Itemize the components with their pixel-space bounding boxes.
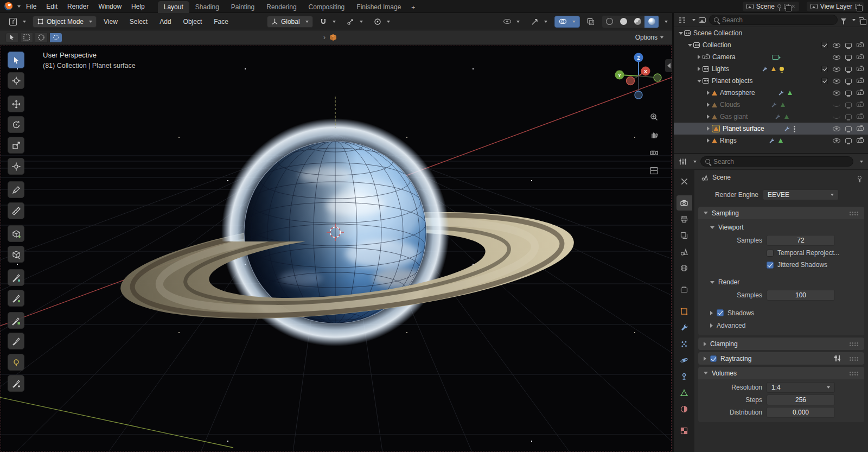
expand-chevron-icon[interactable] xyxy=(688,44,692,47)
shadows-checkbox[interactable] xyxy=(717,309,724,316)
properties-editor-icon[interactable] xyxy=(679,158,687,165)
blender-logo-icon[interactable] xyxy=(4,2,12,10)
outliner-row-clouds[interactable]: Clouds xyxy=(674,99,868,111)
outliner-row-collection[interactable]: Collection xyxy=(674,39,868,51)
viewport-disable-icon[interactable] xyxy=(845,79,852,84)
add-workspace-button[interactable]: + xyxy=(407,2,419,13)
tab-material[interactable] xyxy=(676,402,692,417)
steps-field[interactable]: 256 xyxy=(767,394,835,405)
scene-selector[interactable]: Scene × xyxy=(743,2,799,11)
resolution-dropdown[interactable]: 1:4 xyxy=(767,382,835,393)
expand-chevron-icon[interactable] xyxy=(707,91,710,95)
tab-world[interactable] xyxy=(676,260,692,276)
display-mode-icon[interactable] xyxy=(699,17,706,23)
transform-orientation-dropdown[interactable]: Global xyxy=(267,16,313,28)
shading-settings-dropdown[interactable] xyxy=(665,21,668,23)
editor-type-button[interactable] xyxy=(4,16,30,28)
raytracing-checkbox[interactable] xyxy=(710,355,717,362)
expand-chevron-icon[interactable] xyxy=(697,80,701,82)
pin-icon[interactable] xyxy=(777,4,781,8)
expand-chevron-icon[interactable] xyxy=(698,55,700,59)
tab-collection[interactable] xyxy=(676,282,692,297)
viewport-disable-icon[interactable] xyxy=(845,138,852,143)
outliner-row-rings[interactable]: Rings xyxy=(674,135,868,147)
render-engine-dropdown[interactable]: EEVEE xyxy=(763,189,839,200)
panel-grip-icon[interactable] xyxy=(849,211,859,215)
xray-toggle-button[interactable] xyxy=(583,16,599,28)
workspace-tab-compositing[interactable]: Compositing xyxy=(303,1,351,13)
exclude-checkbox[interactable] xyxy=(821,78,828,84)
mode-dropdown[interactable]: Object Mode xyxy=(33,16,97,28)
panel-grip-icon[interactable] xyxy=(849,356,859,361)
move-tool-button[interactable] xyxy=(8,96,24,112)
filter-dropdown-icon[interactable] xyxy=(852,19,856,21)
render-samples-field[interactable]: 100 xyxy=(767,290,835,301)
solid-shading-button[interactable] xyxy=(616,16,630,28)
axis-y-negative[interactable] xyxy=(654,74,661,81)
workspace-tab-layout[interactable]: Layout xyxy=(158,1,189,13)
exclude-checkbox[interactable] xyxy=(821,66,828,72)
close-icon[interactable]: × xyxy=(792,3,795,10)
axis-z-negative[interactable] xyxy=(635,91,642,99)
panel-grip-icon[interactable] xyxy=(849,342,859,346)
show-object-types-dropdown[interactable] xyxy=(499,16,524,28)
outliner-row-lights[interactable]: Lights xyxy=(674,63,868,75)
snap-toggle-button[interactable] xyxy=(315,16,340,28)
expand-chevron-icon[interactable] xyxy=(707,103,710,107)
outliner-row-scene-collection[interactable]: Scene Collection xyxy=(674,27,868,39)
view-layer-selector[interactable]: View Layer xyxy=(807,2,864,11)
outliner-row-planet-surface[interactable]: Planet surface xyxy=(674,123,868,135)
sidebar-toggle[interactable] xyxy=(665,59,672,72)
outliner-row-atmosphere[interactable]: Atmosphere xyxy=(674,87,868,99)
tab-object-data[interactable] xyxy=(676,385,692,400)
ortho-toggle-button[interactable] xyxy=(647,164,660,177)
viewport-samples-field[interactable]: 72 xyxy=(767,235,835,246)
outliner-row-planet-objects[interactable]: Planet objects xyxy=(674,75,868,87)
tab-render[interactable] xyxy=(676,195,692,211)
tab-scene[interactable] xyxy=(676,244,692,259)
outliner-row-camera[interactable]: Camera xyxy=(674,51,868,63)
tab-object[interactable] xyxy=(676,304,692,319)
render-disable-icon[interactable] xyxy=(857,114,864,119)
distribution-field[interactable]: 0.000 xyxy=(767,407,835,418)
editor-type-dropdown-icon[interactable] xyxy=(693,161,697,163)
gizmos-dropdown[interactable] xyxy=(527,16,552,28)
new-view-layer-icon[interactable] xyxy=(855,4,860,9)
paint-tool-3-button[interactable] xyxy=(8,312,24,329)
menu-window[interactable]: Window xyxy=(94,1,126,12)
menu-render[interactable]: Render xyxy=(63,1,93,12)
tab-view-layer[interactable] xyxy=(676,228,692,243)
tab-tool[interactable] xyxy=(676,174,692,189)
sampling-panel-header[interactable]: Sampling xyxy=(698,207,864,219)
proportional-editing-button[interactable] xyxy=(369,16,394,28)
paint-tool-1-button[interactable] xyxy=(8,269,24,286)
editor-type-dropdown-icon[interactable] xyxy=(692,19,695,21)
annotate-tool-button[interactable] xyxy=(8,181,24,198)
new-scene-icon[interactable] xyxy=(784,4,789,9)
tab-output[interactable] xyxy=(676,212,692,227)
measure-tool-button[interactable] xyxy=(8,202,24,219)
expand-chevron-icon[interactable] xyxy=(707,126,710,131)
render-disable-icon[interactable] xyxy=(857,43,864,47)
render-disable-icon[interactable] xyxy=(857,126,864,131)
tab-constraints[interactable] xyxy=(676,369,692,384)
transform-tool-button[interactable] xyxy=(8,158,24,175)
outliner-row-gas-giant[interactable]: Gas giant xyxy=(674,111,868,123)
viewport-subpanel-header[interactable]: Viewport xyxy=(698,221,864,234)
panel-grip-icon[interactable] xyxy=(849,371,859,375)
select-box-tool-button[interactable] xyxy=(8,52,24,68)
workspace-tab-painting[interactable]: Painting xyxy=(225,1,260,13)
render-disable-icon[interactable] xyxy=(857,55,864,59)
rendered-shading-button[interactable] xyxy=(644,16,659,28)
new-collection-icon[interactable] xyxy=(859,17,864,22)
menu-file[interactable]: File xyxy=(22,1,41,12)
select-box-mode-button[interactable] xyxy=(20,33,33,43)
zoom-button[interactable] xyxy=(647,110,660,123)
viewport-disable-icon[interactable] xyxy=(845,43,852,48)
hide-eye-icon[interactable] xyxy=(833,67,840,72)
hide-eye-icon[interactable] xyxy=(833,43,840,48)
paint-tool-6-button[interactable] xyxy=(8,375,24,392)
advanced-row[interactable]: Advanced xyxy=(698,319,864,332)
filter-funnel-icon[interactable] xyxy=(841,18,846,22)
menu-face[interactable]: Face xyxy=(209,16,233,27)
